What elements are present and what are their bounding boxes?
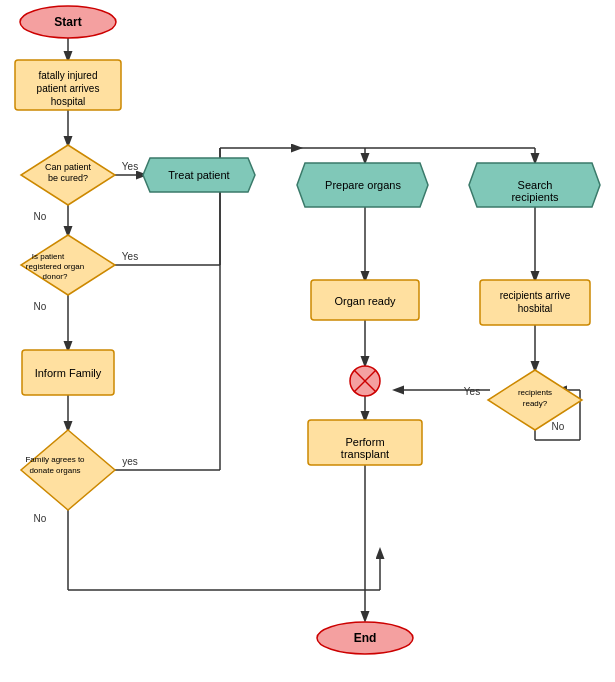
svg-text:Yes: Yes (122, 161, 138, 172)
svg-text:donor?: donor? (43, 272, 68, 281)
organ-ready-label: Organ ready (334, 295, 396, 307)
svg-text:Yes: Yes (122, 251, 138, 262)
svg-text:yes: yes (122, 456, 138, 467)
perform-transplant-label: Perform (345, 436, 384, 448)
flowchart: Start fatally injured patient arrives ho… (0, 0, 615, 682)
svg-text:transplant: transplant (341, 448, 389, 460)
svg-text:recipients: recipients (511, 191, 559, 203)
recipients-arrive-label: recipients arrive (500, 290, 571, 301)
svg-text:be cured?: be cured? (48, 173, 88, 183)
svg-text:No: No (552, 421, 565, 432)
start-label: Start (54, 15, 81, 29)
svg-text:hospital: hospital (51, 96, 85, 107)
search-recipients-label: Search (518, 179, 553, 191)
svg-text:donate organs: donate organs (29, 466, 80, 475)
svg-text:Can patient: Can patient (45, 162, 92, 172)
svg-text:Is patient: Is patient (32, 252, 65, 261)
svg-text:No: No (34, 513, 47, 524)
inform-family-label: Inform Family (35, 367, 102, 379)
treat-patient-label: Treat patient (168, 169, 229, 181)
svg-text:hosbital: hosbital (518, 303, 552, 314)
end-label: End (354, 631, 377, 645)
svg-text:No: No (34, 211, 47, 222)
svg-text:recipients: recipients (518, 388, 552, 397)
svg-text:patient arrives: patient arrives (37, 83, 100, 94)
svg-text:Yes: Yes (464, 386, 480, 397)
svg-text:No: No (34, 301, 47, 312)
patient-arrives-label: fatally injured (39, 70, 98, 81)
svg-text:registered organ: registered organ (26, 262, 84, 271)
svg-text:ready?: ready? (523, 399, 548, 408)
prepare-organs-label: Prepare organs (325, 179, 401, 191)
svg-text:Family agrees to: Family agrees to (25, 455, 85, 464)
